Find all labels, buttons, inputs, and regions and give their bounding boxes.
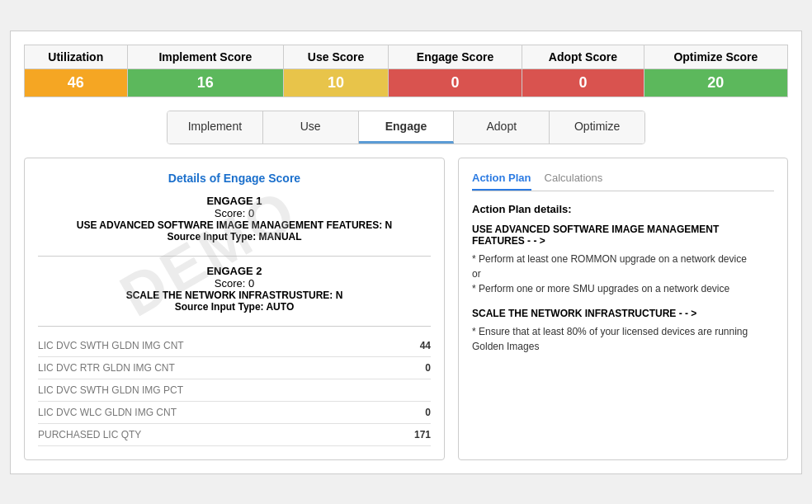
row-value: 171 — [414, 429, 431, 440]
engage2-title: ENGAGE 2 — [38, 265, 431, 277]
table-row: LIC DVC SWTH GLDN IMG CNT44 — [38, 335, 431, 357]
right-tab-calculations[interactable]: Calculations — [545, 172, 603, 191]
score-value: 0 — [522, 68, 644, 97]
score-header: Engage Score — [388, 45, 522, 68]
action-block: USE ADVANCED SOFTWARE IMAGE MANAGEMENT F… — [472, 224, 774, 296]
table-row: PURCHASED LIC QTY171 — [38, 424, 431, 446]
row-value: 0 — [425, 407, 431, 418]
engage1-title: ENGAGE 1 — [38, 195, 431, 207]
score-header: Optimize Score — [644, 45, 787, 68]
tab-item-implement[interactable]: Implement — [168, 111, 263, 144]
tab-item-use[interactable]: Use — [263, 111, 359, 144]
score-header: Utilization — [25, 45, 128, 68]
right-tabs: Action PlanCalculations — [472, 172, 774, 191]
content-area: Details of Engage Score ENGAGE 1 Score: … — [24, 158, 788, 460]
panel-title: Details of Engage Score — [38, 172, 431, 185]
tab-item-engage[interactable]: Engage — [359, 111, 455, 144]
engage2-section: ENGAGE 2 Score: 0 SCALE THE NETWORK INFR… — [38, 265, 431, 313]
action-plan-title: Action Plan details: — [472, 203, 774, 215]
right-tab-action-plan[interactable]: Action Plan — [472, 172, 531, 191]
row-label: LIC DVC WLC GLDN IMG CNT — [38, 407, 177, 418]
tab-item-adopt[interactable]: Adopt — [454, 111, 550, 144]
score-value: 20 — [644, 68, 787, 97]
table-row: LIC DVC WLC GLDN IMG CNT0 — [38, 402, 431, 424]
table-row: LIC DVC RTR GLDN IMG CNT0 — [38, 357, 431, 379]
score-value: 0 — [388, 68, 522, 97]
data-rows-container: LIC DVC SWTH GLDN IMG CNT44LIC DVC RTR G… — [38, 335, 431, 446]
row-label: PURCHASED LIC QTY — [38, 429, 141, 440]
left-panel: Details of Engage Score ENGAGE 1 Score: … — [24, 158, 445, 460]
score-header: Adopt Score — [522, 45, 644, 68]
tab-item-optimize[interactable]: Optimize — [550, 111, 644, 144]
engage2-source: Source Input Type: AUTO — [38, 301, 431, 313]
action-detail: * Ensure that at least 80% of your licen… — [472, 324, 774, 354]
right-panel: Action PlanCalculations Action Plan deta… — [458, 158, 788, 460]
main-container: DEMO UtilizationImplement ScoreUse Score… — [10, 31, 802, 474]
engage1-section: ENGAGE 1 Score: 0 USE ADVANCED SOFTWARE … — [38, 195, 431, 243]
score-value: 10 — [284, 68, 389, 97]
engage2-desc: SCALE THE NETWORK INFRASTRUSTURE: N — [38, 290, 431, 301]
engage1-desc: USE ADVANCED SOFTWARE IMAGE MANAGEMENT F… — [38, 219, 431, 231]
score-header: Implement Score — [127, 45, 284, 68]
action-detail: * Perform at least one ROMMON upgrade on… — [472, 252, 774, 296]
row-value: 44 — [420, 340, 431, 351]
scores-table: UtilizationImplement ScoreUse ScoreEngag… — [24, 45, 788, 97]
action-heading: SCALE THE NETWORK INFRASTRUCTURE - - > — [472, 308, 774, 319]
row-value: 0 — [425, 362, 431, 374]
divider1 — [38, 256, 431, 257]
action-block: SCALE THE NETWORK INFRASTRUCTURE - - >* … — [472, 308, 774, 354]
row-label: LIC DVC SWTH GLDN IMG CNT — [38, 340, 184, 351]
score-header: Use Score — [284, 45, 389, 68]
score-value: 46 — [25, 68, 128, 97]
actions-container: USE ADVANCED SOFTWARE IMAGE MANAGEMENT F… — [472, 224, 774, 354]
row-label: LIC DVC SWTH GLDN IMG PCT — [38, 384, 183, 396]
table-row: LIC DVC SWTH GLDN IMG PCT — [38, 379, 431, 402]
row-label: LIC DVC RTR GLDN IMG CNT — [38, 362, 175, 374]
engage2-score: Score: 0 — [38, 277, 431, 290]
engage1-source: Source Input Type: MANUAL — [38, 231, 431, 243]
action-heading: USE ADVANCED SOFTWARE IMAGE MANAGEMENT F… — [472, 224, 774, 247]
engage1-score: Score: 0 — [38, 207, 431, 219]
divider2 — [38, 326, 431, 327]
tab-navigation: ImplementUseEngageAdoptOptimize — [167, 111, 645, 144]
score-value: 16 — [127, 68, 284, 97]
